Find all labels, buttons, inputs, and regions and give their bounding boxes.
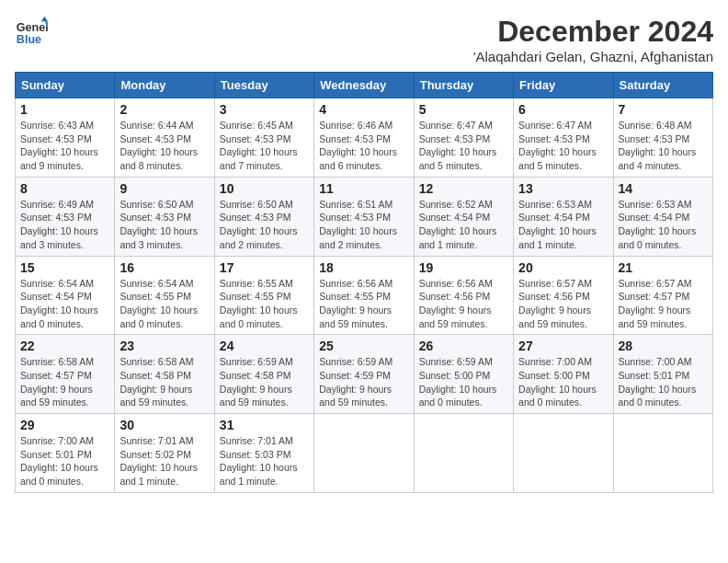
day-number: 26 xyxy=(419,339,508,353)
day-info: Sunrise: 6:53 AMSunset: 4:54 PMDaylight:… xyxy=(518,198,608,252)
day-number: 18 xyxy=(319,260,408,275)
day-info: Sunrise: 6:47 AMSunset: 4:53 PMDaylight:… xyxy=(419,119,508,173)
day-number: 17 xyxy=(220,260,309,275)
weekday-header-friday: Friday xyxy=(514,73,613,98)
calendar-cell: 16 Sunrise: 6:54 AMSunset: 4:55 PMDaylig… xyxy=(115,256,214,335)
day-number: 29 xyxy=(20,418,109,432)
calendar-cell: 14 Sunrise: 6:53 AMSunset: 4:54 PMDaylig… xyxy=(613,177,712,256)
calendar-cell: 9 Sunrise: 6:50 AMSunset: 4:53 PMDayligh… xyxy=(115,177,214,256)
day-number: 10 xyxy=(220,181,309,196)
day-number: 1 xyxy=(20,102,109,117)
week-row-4: 22 Sunrise: 6:58 AMSunset: 4:57 PMDaylig… xyxy=(16,335,713,414)
week-row-5: 29 Sunrise: 7:00 AMSunset: 5:01 PMDaylig… xyxy=(16,414,713,493)
day-number: 28 xyxy=(619,339,708,353)
logo: General Blue xyxy=(15,15,48,48)
day-info: Sunrise: 6:54 AMSunset: 4:55 PMDaylight:… xyxy=(119,277,209,331)
calendar-cell: 21 Sunrise: 6:57 AMSunset: 4:57 PMDaylig… xyxy=(613,256,712,335)
day-info: Sunrise: 6:56 AMSunset: 4:56 PMDaylight:… xyxy=(419,277,508,331)
day-number: 15 xyxy=(20,260,109,275)
day-number: 14 xyxy=(619,181,708,196)
day-number: 7 xyxy=(619,102,708,117)
month-title: December 2024 xyxy=(473,15,713,49)
calendar-cell: 30 Sunrise: 7:01 AMSunset: 5:02 PMDaylig… xyxy=(115,414,214,493)
day-number: 22 xyxy=(20,339,109,353)
day-number: 16 xyxy=(119,260,209,275)
day-number: 8 xyxy=(20,181,109,196)
day-number: 9 xyxy=(119,181,209,196)
weekday-header-wednesday: Wednesday xyxy=(314,73,414,98)
day-info: Sunrise: 6:58 AMSunset: 4:58 PMDaylight:… xyxy=(119,355,209,409)
day-info: Sunrise: 6:45 AMSunset: 4:53 PMDaylight:… xyxy=(220,119,309,173)
day-number: 19 xyxy=(419,260,508,275)
calendar-cell: 19 Sunrise: 6:56 AMSunset: 4:56 PMDaylig… xyxy=(414,256,513,335)
calendar-cell: 18 Sunrise: 6:56 AMSunset: 4:55 PMDaylig… xyxy=(314,256,414,335)
calendar-cell: 8 Sunrise: 6:49 AMSunset: 4:53 PMDayligh… xyxy=(16,177,115,256)
day-info: Sunrise: 6:43 AMSunset: 4:53 PMDaylight:… xyxy=(20,119,109,173)
logo-icon: General Blue xyxy=(15,15,48,48)
day-info: Sunrise: 6:50 AMSunset: 4:53 PMDaylight:… xyxy=(119,198,209,252)
weekday-header-saturday: Saturday xyxy=(613,73,712,98)
day-number: 12 xyxy=(419,181,508,196)
day-info: Sunrise: 6:47 AMSunset: 4:53 PMDaylight:… xyxy=(518,119,608,173)
day-info: Sunrise: 6:49 AMSunset: 4:53 PMDaylight:… xyxy=(20,198,109,252)
calendar-cell: 7 Sunrise: 6:48 AMSunset: 4:53 PMDayligh… xyxy=(613,98,712,178)
day-info: Sunrise: 6:46 AMSunset: 4:53 PMDaylight:… xyxy=(319,119,408,173)
day-info: Sunrise: 7:01 AMSunset: 5:02 PMDaylight:… xyxy=(119,434,209,488)
day-number: 5 xyxy=(419,102,508,117)
day-number: 3 xyxy=(220,102,309,117)
weekday-header-tuesday: Tuesday xyxy=(214,73,313,98)
calendar-cell: 3 Sunrise: 6:45 AMSunset: 4:53 PMDayligh… xyxy=(214,98,313,178)
day-number: 21 xyxy=(619,260,708,275)
day-number: 24 xyxy=(220,339,309,353)
weekday-header-thursday: Thursday xyxy=(414,73,513,98)
day-info: Sunrise: 6:50 AMSunset: 4:53 PMDaylight:… xyxy=(220,198,309,252)
calendar-cell: 28 Sunrise: 7:00 AMSunset: 5:01 PMDaylig… xyxy=(613,335,712,414)
calendar-cell: 22 Sunrise: 6:58 AMSunset: 4:57 PMDaylig… xyxy=(16,335,115,414)
page-header: General Blue December 2024 'Alaqahdari G… xyxy=(15,15,713,64)
day-info: Sunrise: 6:51 AMSunset: 4:53 PMDaylight:… xyxy=(319,198,408,252)
location: 'Alaqahdari Gelan, Ghazni, Afghanistan xyxy=(473,49,713,64)
svg-marker-2 xyxy=(41,17,48,21)
day-info: Sunrise: 6:53 AMSunset: 4:54 PMDaylight:… xyxy=(619,198,708,252)
calendar-cell: 12 Sunrise: 6:52 AMSunset: 4:54 PMDaylig… xyxy=(414,177,513,256)
day-number: 30 xyxy=(119,418,209,432)
day-info: Sunrise: 7:00 AMSunset: 5:00 PMDaylight:… xyxy=(518,355,608,409)
day-info: Sunrise: 6:57 AMSunset: 4:57 PMDaylight:… xyxy=(619,277,708,331)
weekday-header-monday: Monday xyxy=(115,73,214,98)
title-block: December 2024 'Alaqahdari Gelan, Ghazni,… xyxy=(473,15,713,64)
day-info: Sunrise: 6:52 AMSunset: 4:54 PMDaylight:… xyxy=(419,198,508,252)
calendar-cell: 23 Sunrise: 6:58 AMSunset: 4:58 PMDaylig… xyxy=(115,335,214,414)
day-info: Sunrise: 6:54 AMSunset: 4:54 PMDaylight:… xyxy=(20,277,109,331)
day-number: 2 xyxy=(119,102,209,117)
calendar-cell: 13 Sunrise: 6:53 AMSunset: 4:54 PMDaylig… xyxy=(514,177,613,256)
calendar-cell xyxy=(414,414,513,493)
calendar-table: SundayMondayTuesdayWednesdayThursdayFrid… xyxy=(15,72,713,493)
week-row-1: 1 Sunrise: 6:43 AMSunset: 4:53 PMDayligh… xyxy=(16,98,713,178)
day-number: 23 xyxy=(119,339,209,353)
weekday-header-row: SundayMondayTuesdayWednesdayThursdayFrid… xyxy=(16,73,713,98)
calendar-cell xyxy=(514,414,613,493)
calendar-cell: 15 Sunrise: 6:54 AMSunset: 4:54 PMDaylig… xyxy=(16,256,115,335)
week-row-2: 8 Sunrise: 6:49 AMSunset: 4:53 PMDayligh… xyxy=(16,177,713,256)
day-number: 27 xyxy=(518,339,608,353)
calendar-cell: 27 Sunrise: 7:00 AMSunset: 5:00 PMDaylig… xyxy=(514,335,613,414)
calendar-cell: 6 Sunrise: 6:47 AMSunset: 4:53 PMDayligh… xyxy=(514,98,613,178)
day-number: 20 xyxy=(518,260,608,275)
calendar-cell: 26 Sunrise: 6:59 AMSunset: 5:00 PMDaylig… xyxy=(414,335,513,414)
calendar-cell xyxy=(314,414,414,493)
day-number: 31 xyxy=(220,418,309,432)
calendar-cell: 25 Sunrise: 6:59 AMSunset: 4:59 PMDaylig… xyxy=(314,335,414,414)
calendar-cell: 31 Sunrise: 7:01 AMSunset: 5:03 PMDaylig… xyxy=(214,414,313,493)
day-number: 11 xyxy=(319,181,408,196)
week-row-3: 15 Sunrise: 6:54 AMSunset: 4:54 PMDaylig… xyxy=(16,256,713,335)
day-info: Sunrise: 6:57 AMSunset: 4:56 PMDaylight:… xyxy=(518,277,608,331)
day-info: Sunrise: 6:55 AMSunset: 4:55 PMDaylight:… xyxy=(220,277,309,331)
day-info: Sunrise: 6:58 AMSunset: 4:57 PMDaylight:… xyxy=(20,355,109,409)
day-info: Sunrise: 6:48 AMSunset: 4:53 PMDaylight:… xyxy=(619,119,708,173)
calendar-cell: 2 Sunrise: 6:44 AMSunset: 4:53 PMDayligh… xyxy=(115,98,214,178)
day-info: Sunrise: 7:00 AMSunset: 5:01 PMDaylight:… xyxy=(619,355,708,409)
calendar-cell: 29 Sunrise: 7:00 AMSunset: 5:01 PMDaylig… xyxy=(16,414,115,493)
day-info: Sunrise: 7:01 AMSunset: 5:03 PMDaylight:… xyxy=(220,434,309,488)
calendar-cell: 4 Sunrise: 6:46 AMSunset: 4:53 PMDayligh… xyxy=(314,98,414,178)
day-info: Sunrise: 6:59 AMSunset: 4:58 PMDaylight:… xyxy=(220,355,309,409)
